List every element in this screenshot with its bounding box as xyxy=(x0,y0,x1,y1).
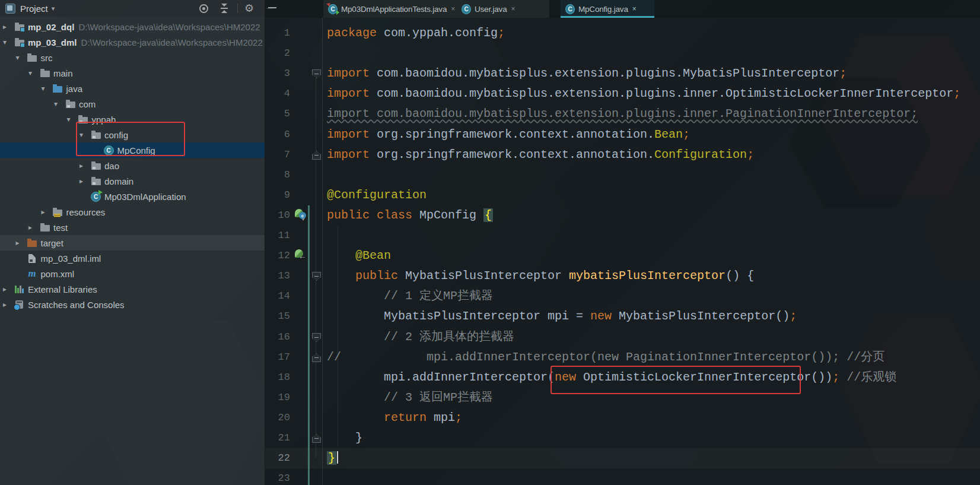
project-panel-title[interactable]: Project xyxy=(20,4,48,14)
line-number: 8 xyxy=(265,165,290,185)
tree-item-dao[interactable]: ▸dao xyxy=(0,158,265,173)
code-line-1[interactable]: package com.yppah.config; xyxy=(327,23,505,43)
line-number: 5 xyxy=(265,104,290,124)
tree-item-mp03dmlapplication[interactable]: CMp03DmlApplication xyxy=(0,189,265,204)
code-line-9[interactable]: @Configuration xyxy=(327,185,427,205)
chevron-collapsed-icon[interactable]: ▸ xyxy=(42,208,53,216)
chevron-expanded-icon[interactable]: ▾ xyxy=(54,100,65,108)
close-icon[interactable]: × xyxy=(451,5,455,13)
tree-item-resources[interactable]: ▸resources xyxy=(0,204,265,220)
code-line-4[interactable]: import com.baomidou.mybatisplus.extensio… xyxy=(327,84,960,104)
tree-item-mp-03-dml-iml[interactable]: mp_03_dml.iml xyxy=(0,251,265,266)
tree-item-yppah[interactable]: ▾yppah xyxy=(0,112,265,127)
code-line-14[interactable]: // 1 定义MP拦截器 xyxy=(327,286,493,306)
chevron-expanded-icon[interactable]: ▾ xyxy=(28,69,40,77)
code-line-16[interactable]: // 2 添加具体的拦截器 xyxy=(327,327,514,347)
code-line-6[interactable]: import org.springframework.context.annot… xyxy=(327,125,690,145)
chevron-down-icon[interactable]: ▾ xyxy=(52,5,55,12)
spring-config-gutter-icon[interactable]: c▾ xyxy=(295,209,307,221)
tool-window-icon xyxy=(5,4,15,14)
tab-mp03dmlapplicationtests-java[interactable]: CMp03DmlApplicationTests.java× xyxy=(323,0,464,18)
code-line-13[interactable]: public MybatisPlusInterceptor mybatisPlu… xyxy=(327,266,754,286)
tree-item-pom-xml[interactable]: mpom.xml xyxy=(0,266,265,281)
chevron-expanded-icon[interactable]: ▾ xyxy=(3,38,14,46)
code-line-5[interactable]: import com.baomidou.mybatisplus.extensio… xyxy=(327,104,918,124)
code-token: ; xyxy=(455,411,462,424)
collapse-all-icon[interactable] xyxy=(219,3,230,14)
fold-region-end-icon[interactable] xyxy=(312,434,321,443)
tree-item-src[interactable]: ▾src xyxy=(0,50,265,65)
tree-item-mp-03-dml[interactable]: ▾mp_03_dmlD:\Workspace-java\idea\Workspa… xyxy=(0,34,265,50)
tree-item-label: Scratches and Consoles xyxy=(28,300,125,310)
fold-region-start-icon[interactable] xyxy=(312,69,321,78)
folder-icon xyxy=(40,68,50,78)
tree-item-scratches-and-consoles[interactable]: ▸Scratches and Consoles xyxy=(0,297,265,312)
chevron-expanded-icon[interactable]: ▾ xyxy=(67,115,78,123)
tree-item-label: test xyxy=(53,223,68,233)
tree-item-target[interactable]: ▸target xyxy=(0,235,265,251)
tab-label: MpConfig.java xyxy=(578,5,628,14)
chevron-expanded-icon[interactable]: ▾ xyxy=(16,53,27,62)
code-line-10[interactable]: public class MpConfig { xyxy=(327,205,493,226)
close-icon[interactable]: × xyxy=(511,5,515,13)
code-token: import xyxy=(327,148,370,161)
class-icon: C xyxy=(104,145,114,155)
locate-file-icon[interactable] xyxy=(198,3,209,14)
gear-icon[interactable]: ⚙ xyxy=(244,3,254,14)
tree-item-mp-02-dql[interactable]: ▸mp_02_dqlD:\Workspace-java\idea\Workspa… xyxy=(0,19,265,34)
tree-item-external-libraries[interactable]: ▸External Libraries xyxy=(0,281,265,297)
close-icon[interactable]: × xyxy=(632,5,637,13)
code-area[interactable]: 1package com.yppah.config;23import com.b… xyxy=(265,18,980,485)
code-line-19[interactable]: // 3 返回MP拦截器 xyxy=(327,388,493,408)
chevron-expanded-icon[interactable]: ▾ xyxy=(79,131,91,139)
code-line-3[interactable]: import com.baomidou.mybatisplus.extensio… xyxy=(327,64,847,84)
chevron-collapsed-icon[interactable]: ▸ xyxy=(28,223,40,232)
fold-region-start-icon[interactable] xyxy=(312,272,321,281)
tree-item-mpconfig[interactable]: CMpConfig xyxy=(0,142,265,158)
tree-item-label: target xyxy=(41,238,63,248)
chevron-collapsed-icon[interactable]: ▸ xyxy=(16,239,27,247)
code-token: Configuration xyxy=(654,148,747,161)
fold-region-start-icon[interactable] xyxy=(312,333,321,342)
code-line-20[interactable]: return mpi; xyxy=(327,408,462,428)
code-line-18[interactable]: mpi.addInnerInterceptor(new OptimisticLo… xyxy=(327,367,896,388)
tree-item-main[interactable]: ▾main xyxy=(0,65,265,81)
chevron-expanded-icon[interactable]: ▾ xyxy=(42,84,53,93)
chevron-collapsed-icon[interactable]: ▸ xyxy=(79,161,91,170)
tree-item-com[interactable]: ▾com xyxy=(0,96,265,112)
tree-item-label: config xyxy=(104,130,128,140)
tree-item-test[interactable]: ▸test xyxy=(0,220,265,235)
chevron-collapsed-icon[interactable]: ▸ xyxy=(3,23,14,31)
excluded-folder-icon xyxy=(27,238,37,248)
tree-item-config[interactable]: ▾config xyxy=(0,127,265,142)
code-line-15[interactable]: MybatisPlusInterceptor mpi = new Mybatis… xyxy=(327,306,797,326)
chevron-collapsed-icon[interactable]: ▸ xyxy=(3,285,14,293)
code-line-21[interactable]: } xyxy=(327,428,362,448)
line-number: 6 xyxy=(265,125,290,145)
code-token: mpi.addInnerInterceptor( xyxy=(327,370,555,384)
resources-folder-icon xyxy=(53,207,63,217)
code-line-22[interactable]: } xyxy=(327,448,338,468)
code-line-17[interactable]: // mpi.addInnerInterceptor(new Paginatio… xyxy=(327,347,884,367)
line-number: 12 xyxy=(265,246,290,266)
spring-bean-gutter-icon[interactable]: ← xyxy=(295,249,307,261)
gutter-separator xyxy=(322,18,323,485)
tree-item-java[interactable]: ▾java xyxy=(0,81,265,96)
tree-item-domain[interactable]: ▸domain xyxy=(0,173,265,189)
tab-user-java[interactable]: CUser.java× xyxy=(457,0,549,18)
project-panel: Project ▾ ⚙ ▸mp_02_dqlD:\Workspace-java\… xyxy=(0,0,265,485)
code-token: return xyxy=(384,411,427,424)
code-token: @Configuration xyxy=(327,188,427,202)
code-line-7[interactable]: import org.springframework.context.annot… xyxy=(327,145,754,165)
code-line-12[interactable]: @Bean xyxy=(327,246,391,266)
folder-icon xyxy=(14,37,24,47)
stripe-minimize-icon[interactable] xyxy=(268,7,276,8)
code-token xyxy=(327,269,355,283)
tab-mpconfig-java[interactable]: CMpConfig.java× xyxy=(561,0,654,18)
tree-item-label: External Libraries xyxy=(28,284,97,294)
chevron-collapsed-icon[interactable]: ▸ xyxy=(3,300,14,309)
fold-region-end-icon[interactable] xyxy=(312,353,321,362)
fold-region-end-icon[interactable] xyxy=(312,151,321,160)
line-number: 22 xyxy=(265,448,290,468)
chevron-collapsed-icon[interactable]: ▸ xyxy=(79,177,91,185)
